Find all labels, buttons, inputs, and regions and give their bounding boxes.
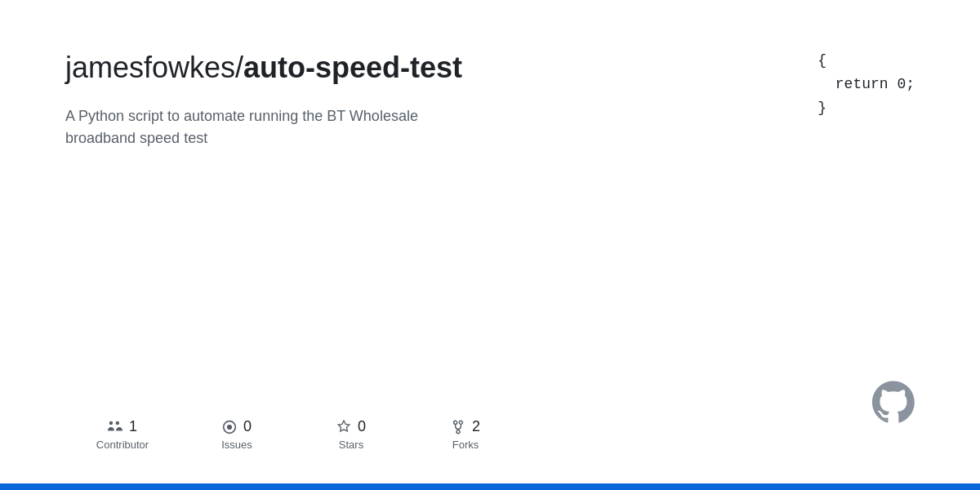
stat-stars[interactable]: 0 Stars [294, 418, 408, 451]
github-logo [872, 381, 915, 426]
svg-point-3 [459, 421, 462, 424]
bottom-bar [0, 483, 980, 490]
svg-point-4 [457, 430, 460, 433]
circle-dot-icon [222, 420, 237, 434]
left-section: jamesfowkes/auto-speed-test A Python scr… [65, 49, 621, 451]
stat-forks-top: 2 [451, 418, 480, 435]
svg-point-1 [228, 425, 232, 429]
people-icon [108, 420, 122, 434]
repo-description: A Python script to automate running the … [65, 105, 474, 149]
code-line2: return 0; [817, 76, 915, 92]
repo-owner[interactable]: jamesfowkes/ [65, 51, 243, 84]
code-line1: { [817, 52, 826, 69]
fork-icon [451, 420, 466, 434]
repo-title: jamesfowkes/auto-speed-test [65, 49, 621, 86]
code-line3: } [817, 100, 826, 116]
stats-row: 1 Contributor 0 Issues [65, 418, 621, 451]
stat-issues[interactable]: 0 Issues [180, 418, 294, 451]
contributor-label: Contributor [96, 439, 149, 451]
code-block: { return 0; } [817, 49, 915, 119]
issues-label: Issues [221, 439, 252, 451]
stat-stars-top: 0 [336, 418, 366, 435]
forks-label: Forks [452, 439, 479, 451]
issues-count: 0 [243, 418, 252, 435]
main-content: jamesfowkes/auto-speed-test A Python scr… [0, 0, 980, 483]
github-logo-svg [872, 381, 915, 423]
forks-count: 2 [472, 418, 480, 435]
stat-contributor-top: 1 [108, 418, 137, 435]
star-icon [336, 420, 351, 434]
stars-count: 0 [358, 418, 366, 435]
stars-label: Stars [339, 439, 363, 451]
svg-point-2 [454, 421, 457, 424]
stat-contributor[interactable]: 1 Contributor [65, 418, 180, 451]
contributor-count: 1 [129, 418, 137, 435]
stat-forks[interactable]: 2 Forks [408, 418, 523, 451]
repo-name[interactable]: auto-speed-test [243, 51, 462, 84]
stat-issues-top: 0 [222, 418, 252, 435]
